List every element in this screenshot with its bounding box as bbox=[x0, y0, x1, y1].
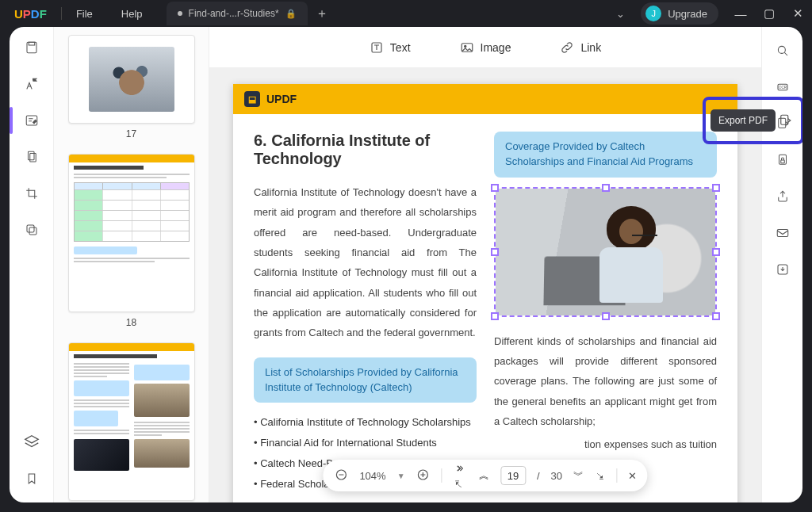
svg-text:OCR: OCR bbox=[779, 86, 787, 90]
email-icon[interactable] bbox=[773, 224, 792, 243]
svg-point-12 bbox=[778, 46, 785, 53]
brand-text: UPDF bbox=[266, 93, 297, 105]
svg-rect-5 bbox=[27, 225, 34, 232]
resize-handle[interactable] bbox=[491, 312, 499, 320]
text-icon bbox=[370, 40, 384, 55]
new-tab-button[interactable]: ＋ bbox=[316, 6, 328, 22]
link-icon bbox=[560, 40, 574, 55]
svg-rect-17 bbox=[780, 160, 784, 163]
ocr-icon[interactable]: OCR bbox=[773, 78, 792, 97]
avatar: J bbox=[645, 6, 661, 21]
zoom-value: 104% bbox=[359, 470, 385, 482]
svg-rect-18 bbox=[777, 230, 788, 237]
tab-indicator-icon bbox=[178, 11, 182, 16]
svg-rect-1 bbox=[29, 42, 35, 45]
prev-page-button[interactable]: ︽ bbox=[479, 468, 489, 483]
thumb-17[interactable]: 17 bbox=[68, 35, 194, 147]
selected-image[interactable] bbox=[494, 187, 717, 317]
upgrade-button[interactable]: J Upgrade bbox=[641, 2, 718, 25]
crop-tool-icon[interactable] bbox=[22, 184, 41, 203]
content-image bbox=[496, 189, 715, 315]
app-logo: UPDF bbox=[0, 7, 61, 21]
organize-tool-icon[interactable] bbox=[22, 147, 41, 166]
svg-rect-3 bbox=[28, 151, 34, 160]
info-card-coverage: Coverage Provided by Caltech Scholarship… bbox=[494, 132, 717, 178]
page-sep: / bbox=[537, 470, 540, 482]
thumb-label-current: 19 bbox=[68, 501, 194, 502]
page-input[interactable] bbox=[500, 466, 526, 485]
left-rail bbox=[10, 27, 54, 502]
thumb-19[interactable]: 19 bbox=[68, 342, 194, 502]
last-page-button[interactable]: ⭸ bbox=[595, 470, 605, 482]
edit-tool-icon[interactable] bbox=[22, 111, 41, 130]
first-page-button[interactable]: ⭶ bbox=[453, 461, 468, 490]
menu-help[interactable]: Help bbox=[107, 8, 157, 20]
upgrade-label: Upgrade bbox=[668, 8, 707, 20]
svg-rect-6 bbox=[29, 227, 36, 235]
thumb-label: 18 bbox=[68, 312, 194, 336]
page-total: 30 bbox=[551, 470, 562, 482]
doc-brand-band: ⬓ UPDF bbox=[233, 84, 737, 114]
body-paragraph: California Institute of Technology doesn… bbox=[254, 182, 477, 343]
window-minimize-button[interactable]: — bbox=[726, 7, 755, 21]
lock-icon: 🔒 bbox=[285, 9, 297, 19]
body-paragraph: tion expenses such as tuition bbox=[494, 434, 717, 454]
edit-link-button[interactable]: Link bbox=[560, 40, 601, 55]
close-pager-button[interactable]: ✕ bbox=[628, 470, 637, 482]
zoom-in-button[interactable] bbox=[416, 468, 431, 484]
layers-icon[interactable] bbox=[22, 433, 41, 452]
resize-handle[interactable] bbox=[712, 248, 720, 256]
svg-rect-4 bbox=[29, 154, 36, 162]
info-card-scholarships: List of Scholarships Provided by Califor… bbox=[254, 357, 477, 403]
page-toolbar: 104% ▼ ⭶ ︽ / 30 ︾ ⭸ ✕ bbox=[323, 460, 647, 491]
resize-handle[interactable] bbox=[602, 184, 610, 192]
bookmark-icon[interactable] bbox=[22, 469, 41, 488]
window-close-button[interactable]: ✕ bbox=[783, 6, 812, 21]
main-canvas[interactable]: Text Image Link ⬓ UPDF 6. California Ins… bbox=[209, 27, 761, 502]
export-pdf-highlight-icon[interactable] bbox=[777, 112, 793, 129]
share-icon[interactable] bbox=[773, 187, 792, 206]
zoom-out-button[interactable] bbox=[334, 468, 348, 484]
protect-icon[interactable] bbox=[773, 151, 792, 170]
brand-mark-icon: ⬓ bbox=[244, 91, 260, 107]
window-maximize-button[interactable]: ▢ bbox=[755, 6, 783, 21]
resize-handle[interactable] bbox=[602, 312, 610, 320]
comment-tool-icon[interactable] bbox=[22, 75, 41, 94]
reader-tool-icon[interactable] bbox=[22, 38, 41, 57]
image-icon bbox=[460, 40, 474, 55]
document-tab[interactable]: Find-and-...r-Studies* 🔒 bbox=[167, 2, 308, 25]
body-paragraph: Different kinds of scholarships and fina… bbox=[494, 331, 717, 432]
thumb-18[interactable]: 18 bbox=[68, 154, 194, 336]
page-heading: 6. California Institute of Technology bbox=[254, 132, 477, 168]
next-page-button[interactable]: ︾ bbox=[573, 468, 584, 483]
edit-text-button[interactable]: Text bbox=[370, 40, 411, 55]
resize-handle[interactable] bbox=[712, 184, 720, 192]
svg-point-9 bbox=[464, 45, 465, 47]
search-icon[interactable] bbox=[773, 41, 792, 60]
bullet: • California Institute of Technology Sch… bbox=[254, 412, 477, 433]
svg-rect-20 bbox=[781, 115, 788, 124]
resize-handle[interactable] bbox=[491, 248, 499, 256]
menu-file[interactable]: File bbox=[62, 8, 107, 20]
resize-handle[interactable] bbox=[491, 184, 499, 192]
resize-handle[interactable] bbox=[712, 312, 720, 320]
save-icon[interactable] bbox=[773, 260, 792, 279]
export-tooltip: Export PDF bbox=[710, 109, 776, 132]
zoom-dropdown-icon[interactable]: ▼ bbox=[397, 472, 405, 480]
tab-dropdown-icon[interactable]: ⌄ bbox=[600, 8, 641, 20]
export-pdf-callout: Export PDF bbox=[703, 97, 802, 144]
edit-toolbar: Text Image Link bbox=[209, 27, 761, 68]
tab-title: Find-and-...r-Studies* bbox=[189, 8, 279, 19]
edit-image-button[interactable]: Image bbox=[460, 40, 511, 55]
bullet: • Financial Aid for International Studen… bbox=[254, 433, 477, 453]
redact-tool-icon[interactable] bbox=[22, 220, 41, 239]
thumb-label: 17 bbox=[68, 124, 194, 147]
page-view[interactable]: ⬓ UPDF 6. California Institute of Techno… bbox=[233, 84, 737, 502]
thumbnail-panel[interactable]: 17 18 bbox=[54, 27, 209, 502]
